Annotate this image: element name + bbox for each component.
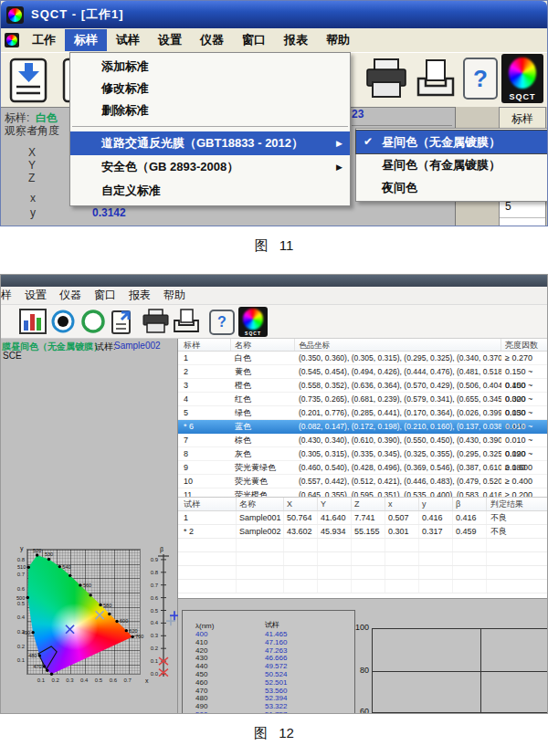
menu-item[interactable]: 删除标准	[70, 100, 350, 121]
standards-row[interactable]: * 6蓝色(0.082, 0.147), (0.172, 0.198), (0.…	[178, 420, 548, 434]
menu-item[interactable]: 道路交通反光膜（GBT18833 - 2012）▶	[70, 131, 350, 155]
samples-empty-row[interactable]	[178, 566, 548, 580]
cell	[178, 580, 237, 593]
samples-row[interactable]: * 2Sample00243.60245.93455.1550.3010.317…	[178, 525, 548, 539]
column-header: λ(nm)	[183, 622, 250, 630]
cell	[237, 566, 284, 579]
cell	[419, 552, 453, 565]
mode-text: SCE	[3, 351, 22, 361]
samples-empty-row[interactable]	[178, 539, 548, 552]
menu-item[interactable]: 自定义标准	[70, 179, 350, 203]
menubar-item[interactable]: 报表	[275, 29, 317, 51]
diagram-overlay: yx0.10.20.30.40.50.60.70.10.20.30.40.50.…	[14, 543, 184, 711]
samples-row[interactable]: 1Sample00150.76441.6407.7410.5070.4160.4…	[178, 511, 548, 525]
cell: 0.010 ~ 0.090	[501, 434, 548, 446]
menubar-item[interactable]: 设置	[18, 286, 53, 305]
sample-list-import-button[interactable]	[6, 57, 54, 108]
cell: 0.030 ~ 0.120	[501, 406, 548, 419]
print-button[interactable]	[363, 57, 410, 108]
chart-gridline	[372, 628, 548, 629]
print-preview-button[interactable]	[172, 308, 202, 339]
question-mark-icon: ?	[217, 314, 227, 331]
menubar-item[interactable]: 仪器	[191, 29, 233, 51]
printer-icon	[363, 57, 410, 104]
menubar-item[interactable]: 帮助	[317, 29, 359, 51]
mdi-child-icon	[5, 33, 19, 47]
samples-empty-row[interactable]	[178, 580, 548, 593]
cell: 8	[178, 447, 231, 460]
axis-tick-label: 580	[103, 603, 111, 608]
axis-tick-label: 0.8	[17, 557, 26, 562]
cell: 0.100 ~ 0.300	[501, 379, 548, 392]
sample-name-text: Sample002	[114, 341, 161, 351]
axis-tick-label: 600	[120, 618, 128, 624]
cell: 棕色	[231, 434, 295, 446]
cell	[419, 566, 453, 579]
axis-tick-label: 540	[62, 564, 70, 570]
cell: (0.558, 0.352), (0.636, 0.364), (0.570, …	[295, 379, 501, 392]
print-button[interactable]	[141, 308, 171, 339]
print-preview-button[interactable]	[414, 57, 458, 108]
wavelength-cell: 440	[183, 663, 250, 671]
measure-sample-button[interactable]	[49, 308, 78, 339]
toolbar	[1, 305, 547, 339]
standards-row[interactable]: 5绿色(0.201, 0.776), (0.285, 0.441), (0.17…	[178, 406, 548, 420]
submenu-item[interactable]: 昼间色（有金属镀膜）	[356, 153, 548, 176]
cell: (0.305, 0.315), (0.335, 0.345), (0.325, …	[295, 447, 501, 460]
cell	[352, 566, 385, 579]
menu-item[interactable]: 添加标准	[70, 56, 350, 78]
menubar-item[interactable]: 试样	[107, 29, 149, 51]
cell	[487, 539, 548, 551]
menubar-item[interactable]: 窗口	[88, 286, 122, 305]
sqct-logo[interactable]: SQCT	[238, 307, 268, 337]
axis-tick-label: 0.3	[151, 633, 159, 638]
menubar-item[interactable]: 工作	[23, 29, 65, 51]
cell: (0.430, 0.340), (0.610, 0.390), (0.550, …	[295, 434, 501, 446]
standards-row[interactable]: 8灰色(0.305, 0.315), (0.335, 0.345), (0.32…	[178, 447, 548, 461]
chart-view-button[interactable]	[18, 308, 47, 339]
value-cell: 51.757	[250, 711, 287, 714]
menubar-item[interactable]: 窗口	[233, 29, 275, 51]
standards-row[interactable]: 10荧光黄色(0.557, 0.442), (0.512, 0.421), (0…	[178, 475, 548, 488]
samples-empty-row[interactable]	[178, 552, 548, 566]
menubar-item[interactable]: 设置	[149, 29, 191, 51]
standards-row[interactable]: 2黄色(0.545, 0.454), (0.494, 0.426), (0.44…	[178, 365, 548, 379]
standards-row[interactable]: 3橙色(0.558, 0.352), (0.636, 0.364), (0.57…	[178, 379, 548, 393]
sqct-logo[interactable]: SQCT	[501, 54, 543, 103]
column-header: 色品坐标	[295, 339, 501, 351]
axis-tick-label: 480	[28, 653, 37, 658]
standards-row[interactable]: 9荧光黄绿色(0.460, 0.540), (0.428, 0.496), (0…	[178, 461, 548, 475]
column-header: y	[419, 498, 453, 510]
menu-item[interactable]: 安全色（GB 2893-2008）▶	[70, 155, 350, 179]
menu-item[interactable]: 修改标准	[70, 78, 350, 100]
figure-caption-12: 图 12	[0, 725, 548, 742]
spectral-locus-point	[47, 558, 50, 561]
cell: 0.301	[385, 525, 419, 538]
axis-tick-label: 0.2	[17, 644, 26, 649]
help-button[interactable]: ?	[209, 310, 235, 335]
help-button[interactable]: ?	[463, 58, 498, 100]
standards-row[interactable]: 1白色(0.350, 0.360), (0.305, 0.315), (0.29…	[178, 352, 548, 365]
menubar-item[interactable]: 仪器	[53, 286, 88, 305]
axis-tick-label: 0.5	[151, 608, 159, 614]
cell: 50.764	[284, 511, 318, 524]
calibration-button[interactable]	[79, 308, 108, 339]
submenu-item[interactable]: ✔昼间色（无金属镀膜）	[356, 131, 548, 153]
cell	[385, 539, 419, 551]
submenu-arrow-icon: ▶	[336, 131, 342, 155]
menubar-item[interactable]: 标样	[65, 29, 107, 51]
Y-label: Y	[28, 159, 36, 172]
spectral-locus-point	[79, 583, 81, 586]
report-export-button[interactable]	[109, 308, 137, 339]
cell: 蓝色	[231, 420, 295, 434]
spectral-locus-point	[115, 620, 118, 623]
sqct-app-icon	[6, 6, 24, 24]
cell	[487, 580, 548, 593]
submenu-item[interactable]: 夜间色	[356, 176, 548, 199]
spectral-locus-point	[58, 565, 61, 568]
menubar-item[interactable]: 报表	[122, 286, 157, 305]
menubar-item[interactable]: 帮助	[157, 286, 192, 305]
menubar-item[interactable]: 样	[0, 286, 18, 305]
standards-row[interactable]: 7棕色(0.430, 0.340), (0.610, 0.390), (0.55…	[178, 434, 548, 447]
standards-row[interactable]: 4红色(0.735, 0.265), (0.681, 0.239), (0.57…	[178, 393, 548, 406]
